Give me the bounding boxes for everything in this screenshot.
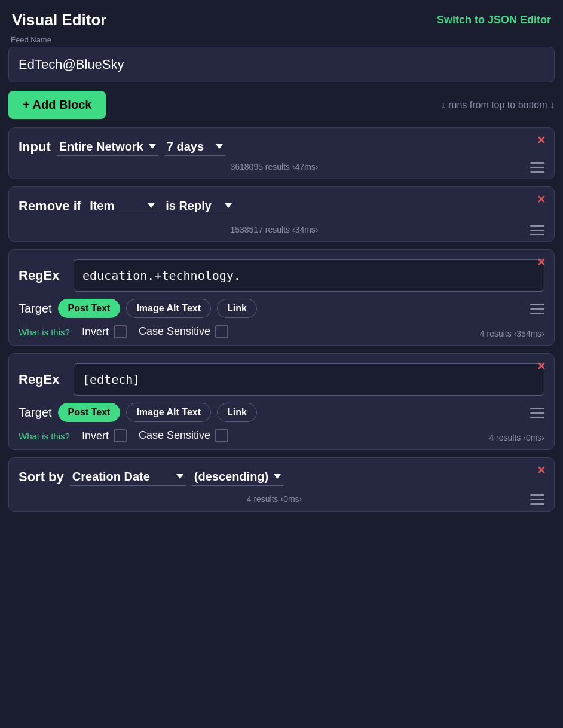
input-label: Input: [19, 139, 51, 155]
regex-2-invert-label: Invert: [82, 430, 109, 442]
regex-block-2: ✕ RegEx Target Post Text Image Alt Text …: [8, 353, 555, 450]
input-block-results: 3618095 results ‹47ms›: [230, 162, 318, 172]
regex-2-case-sensitive-label: Case Sensitive: [139, 429, 210, 442]
regex-2-invert-checkbox[interactable]: [114, 429, 127, 442]
regex-1-target-post-text[interactable]: Post Text: [58, 299, 121, 318]
regex-1-drag[interactable]: [530, 304, 544, 313]
regex-1-invert-label: Invert: [82, 326, 109, 338]
regex-2-options-row: What is this? Invert Case Sensitive: [19, 429, 228, 442]
regex-1-invert-group: Invert: [82, 325, 127, 338]
regex-1-input[interactable]: [74, 259, 544, 292]
input-network-select[interactable]: Entire Network My Follows: [57, 137, 158, 156]
regex-1-case-sensitive-group: Case Sensitive: [139, 325, 228, 338]
regex-2-target-post-text[interactable]: Post Text: [58, 403, 121, 422]
feed-name-input[interactable]: [8, 47, 555, 82]
regex-1-close[interactable]: ✕: [537, 256, 546, 269]
sort-field-select[interactable]: Creation Date Interaction Count Like Cou…: [70, 467, 186, 486]
feed-name-section: Feed Name: [0, 35, 563, 91]
remove-item-select[interactable]: Item Post Text Author: [87, 197, 157, 215]
toolbar: + Add Block ↓ runs from top to bottom ↓: [0, 91, 563, 127]
sort-block-results: 4 results ‹0ms›: [247, 494, 302, 504]
remove-condition-select[interactable]: is Reply is Repost is Quote: [163, 197, 234, 215]
sort-label: Sort by: [19, 469, 64, 485]
sort-block-close[interactable]: ✕: [537, 464, 546, 477]
input-time-select[interactable]: 1 day 3 days 7 days 14 days 30 days: [164, 137, 225, 156]
feed-name-label: Feed Name: [8, 35, 555, 44]
regex-2-results: 4 results ‹0ms›: [489, 433, 544, 442]
remove-label: Remove if: [19, 198, 81, 214]
input-block: ✕ Input Entire Network My Follows 1 day …: [8, 127, 555, 179]
input-block-drag[interactable]: [530, 162, 544, 172]
input-block-close[interactable]: ✕: [537, 134, 546, 147]
sort-block-drag[interactable]: [530, 494, 544, 504]
sort-order-select[interactable]: (descending) (ascending): [192, 467, 283, 486]
regex-1-target-link[interactable]: Link: [217, 299, 257, 318]
input-block-row: Input Entire Network My Follows 1 day 3 …: [19, 137, 544, 156]
regex-1-target-image-alt[interactable]: Image Alt Text: [126, 299, 211, 318]
regex-1-invert-checkbox[interactable]: [114, 325, 127, 338]
regex-1-target-row: Target Post Text Image Alt Text Link: [19, 299, 544, 318]
remove-block-close[interactable]: ✕: [537, 193, 546, 206]
sort-block-row: Sort by Creation Date Interaction Count …: [19, 467, 544, 486]
regex-1-target-label: Target: [19, 302, 52, 316]
regex-2-what-is-this[interactable]: What is this?: [19, 431, 70, 441]
regex-2-close[interactable]: ✕: [537, 360, 546, 373]
regex-1-case-sensitive-label: Case Sensitive: [139, 325, 210, 338]
regex-2-target-label: Target: [19, 406, 52, 420]
runs-label: ↓ runs from top to bottom ↓: [441, 100, 555, 111]
remove-block-row: Remove if Item Post Text Author is Reply…: [19, 197, 544, 218]
page-title: Visual Editor: [12, 11, 106, 29]
regex-1-case-sensitive-checkbox[interactable]: [215, 325, 228, 338]
regex-2-drag[interactable]: [530, 408, 544, 417]
remove-block: ✕ Remove if Item Post Text Author is Rep…: [8, 186, 555, 242]
header: Visual Editor Switch to JSON Editor: [0, 0, 563, 35]
switch-to-json-button[interactable]: Switch to JSON Editor: [437, 14, 551, 26]
regex-1-results: 4 results ‹354ms›: [480, 329, 544, 338]
regex-2-target-row: Target Post Text Image Alt Text Link: [19, 403, 544, 422]
regex-2-invert-group: Invert: [82, 429, 127, 442]
regex-1-label: RegEx: [19, 259, 66, 283]
regex-2-label: RegEx: [19, 363, 66, 387]
regex-block-1: ✕ RegEx Target Post Text Image Alt Text …: [8, 249, 555, 346]
regex-1-options-row: What is this? Invert Case Sensitive: [19, 325, 228, 338]
regex-2-case-sensitive-group: Case Sensitive: [139, 429, 228, 442]
regex-2-input[interactable]: [74, 363, 544, 396]
regex-2-case-sensitive-checkbox[interactable]: [215, 429, 228, 442]
regex-2-target-link[interactable]: Link: [217, 403, 257, 422]
regex-1-what-is-this[interactable]: What is this?: [19, 327, 70, 337]
remove-block-results: 1538517 results ‹34ms›: [230, 225, 318, 234]
add-block-button[interactable]: + Add Block: [8, 91, 106, 119]
regex-2-target-image-alt[interactable]: Image Alt Text: [126, 403, 211, 422]
remove-block-drag[interactable]: [530, 225, 544, 234]
sort-block: ✕ Sort by Creation Date Interaction Coun…: [8, 457, 555, 512]
